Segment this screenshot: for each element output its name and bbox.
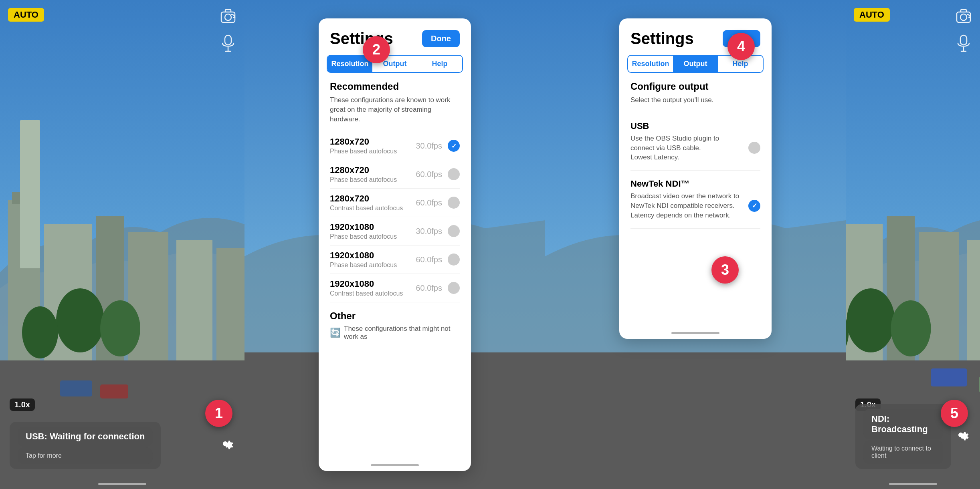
modal-home-indicator-2	[671, 332, 719, 334]
output-content: Configure output Select the output you'l…	[619, 81, 772, 229]
settings-output-panel: Settings Done Resolution Output Help Con…	[545, 0, 846, 489]
tab-help[interactable]: Help	[417, 56, 462, 72]
status-subtitle-right: Waiting to connect to client	[863, 440, 943, 464]
output-item-ndi[interactable]: NewTek NDI™ Broadcast video over the net…	[630, 171, 760, 228]
camera-flip-icon-right[interactable]	[955, 8, 972, 28]
radio-2[interactable]	[448, 197, 460, 209]
status-title-right: NDI: Broadcasting	[863, 409, 943, 439]
res-item-1[interactable]: 1280x720 Phase based autofocus 60.0fps	[330, 160, 460, 189]
status-subtitle: Tap for more	[18, 447, 153, 464]
settings-resolution-panel: Settings Done Resolution Output Help Rec…	[244, 0, 545, 489]
other-desc: These configurations that might not work…	[344, 325, 460, 341]
other-title: Other	[330, 310, 460, 322]
camera-bottom-bar: USB: Waiting for connection Tap for more	[0, 422, 244, 469]
configure-title: Configure output	[630, 81, 760, 92]
svg-rect-4	[96, 216, 124, 384]
svg-rect-17	[225, 35, 231, 45]
tab-output-2[interactable]: Output	[673, 56, 718, 72]
svg-point-16	[225, 14, 231, 20]
home-indicator-right	[889, 483, 937, 485]
svg-rect-23	[545, 352, 846, 489]
auto-badge-right[interactable]: AUTO	[854, 8, 890, 22]
home-indicator	[98, 483, 146, 485]
status-title: USB: Waiting for connection	[18, 427, 153, 447]
top-right-controls	[220, 8, 236, 55]
mic-icon-right[interactable]	[956, 34, 971, 55]
mic-icon[interactable]	[221, 34, 235, 55]
svg-rect-41	[960, 35, 967, 45]
svg-rect-14	[100, 384, 128, 398]
camera-panel-left: AUTO 1.0x	[0, 0, 244, 489]
camera-top-bar: AUTO	[0, 8, 244, 55]
svg-point-11	[22, 306, 58, 358]
svg-point-9	[56, 288, 104, 352]
zoom-badge[interactable]: 1.0x	[10, 398, 35, 411]
settings-modal: Settings Done Resolution Output Help Rec…	[319, 18, 471, 471]
svg-rect-28	[887, 216, 915, 384]
radio-3[interactable]	[448, 225, 460, 237]
svg-point-33	[847, 288, 895, 352]
ndi-radio[interactable]	[748, 200, 760, 212]
step-badge-3: 3	[711, 256, 739, 284]
recommended-title: Recommended	[330, 81, 460, 92]
configure-desc: Select the output you'll use.	[630, 95, 760, 105]
settings-output-modal: Settings Done Resolution Output Help Con…	[619, 18, 772, 339]
tab-resolution-2[interactable]: Resolution	[628, 56, 673, 72]
status-pill-right[interactable]: NDI: Broadcasting Waiting to connect to …	[855, 404, 951, 469]
recommended-desc: These configurations are known to work g…	[330, 95, 460, 124]
settings-content: Recommended These configurations are kno…	[319, 81, 471, 341]
status-pill[interactable]: USB: Waiting for connection Tap for more	[10, 422, 161, 469]
res-item-3[interactable]: 1920x1080 Phase based autofocus 30.0fps	[330, 217, 460, 246]
step-badge-2: 2	[363, 36, 390, 63]
output-item-usb[interactable]: USB Use the OBS Studio plugin to connect…	[630, 113, 760, 171]
radio-0[interactable]	[448, 140, 460, 152]
radio-1[interactable]	[448, 168, 460, 180]
done-button[interactable]: Done	[422, 30, 460, 47]
svg-point-34	[891, 300, 931, 356]
usb-radio[interactable]	[748, 142, 760, 154]
radio-4[interactable]	[448, 254, 460, 266]
step-badge-4: 4	[727, 33, 755, 60]
svg-point-40	[960, 14, 967, 20]
res-item-5[interactable]: 1920x1080 Contrast based autofocus 60.0f…	[330, 274, 460, 302]
svg-rect-8	[20, 120, 40, 268]
radio-5[interactable]	[448, 282, 460, 294]
svg-rect-37	[931, 368, 967, 386]
res-item-0[interactable]: 1280x720 Phase based autofocus 30.0fps	[330, 132, 460, 160]
camera-panel-right: AUTO 1.0x	[846, 0, 980, 489]
gear-icon-right[interactable]	[951, 425, 970, 448]
camera-right-top-bar: AUTO	[846, 8, 980, 55]
modal-home-indicator	[371, 464, 419, 466]
svg-rect-13	[60, 380, 92, 396]
gear-icon[interactable]	[216, 434, 235, 457]
svg-point-10	[100, 300, 140, 356]
camera-flip-icon[interactable]	[220, 8, 236, 28]
res-item-4[interactable]: 1920x1080 Phase based autofocus 60.0fps	[330, 246, 460, 274]
step-badge-1: 1	[205, 400, 232, 427]
settings-header: Settings Done	[319, 18, 471, 55]
settings-output-title: Settings	[630, 30, 694, 48]
res-item-2[interactable]: 1280x720 Contrast based autofocus 60.0fp…	[330, 189, 460, 217]
top-right-controls-right	[955, 8, 972, 55]
step-badge-5: 5	[941, 400, 968, 427]
auto-badge[interactable]: AUTO	[8, 8, 44, 22]
settings-tabs: Resolution Output Help	[327, 55, 463, 73]
